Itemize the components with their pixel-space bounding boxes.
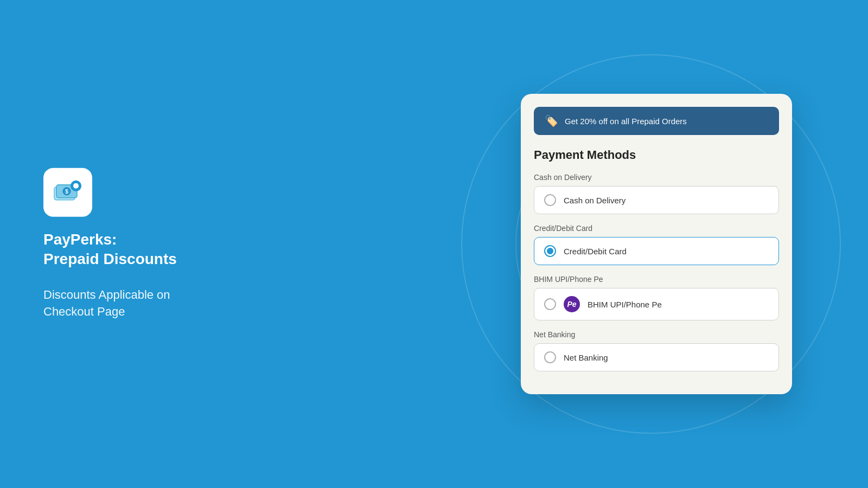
payment-option-card[interactable]: Credit/Debit Card [534, 237, 779, 265]
radio-upi[interactable] [544, 298, 556, 310]
svg-point-5 [73, 183, 79, 189]
payment-option-label-card: Credit/Debit Card [564, 247, 627, 256]
svg-rect-6 [75, 181, 77, 183]
radio-netbanking[interactable] [544, 351, 556, 363]
payment-group-upi: BHIM UPI/Phone Pe Pe BHIM UPI/Phone Pe [534, 275, 779, 320]
promo-text: Get 20% off on all Prepaid Orders [565, 117, 687, 126]
payment-methods-title: Payment Methods [534, 148, 779, 162]
payment-option-upi[interactable]: Pe BHIM UPI/Phone Pe [534, 288, 779, 320]
radio-card[interactable] [544, 245, 556, 257]
app-subtitle: Discounts Applicable on Checkout Page [43, 287, 177, 320]
payment-card: 🏷️ Get 20% off on all Prepaid Orders Pay… [521, 94, 792, 394]
app-logo: $ [43, 168, 92, 217]
svg-rect-7 [75, 189, 77, 191]
payment-group-label-cod: Cash on Delivery [534, 173, 779, 182]
phonepe-icon: Pe [564, 296, 580, 312]
payment-group-card: Credit/Debit Card Credit/Debit Card [534, 224, 779, 265]
payment-group-label-card: Credit/Debit Card [534, 224, 779, 233]
payment-group-cod: Cash on Delivery Cash on Delivery [534, 173, 779, 214]
svg-text:$: $ [65, 189, 68, 195]
payment-option-cod[interactable]: Cash on Delivery [534, 186, 779, 214]
payment-option-label-netbanking: Net Banking [564, 353, 608, 362]
svg-rect-8 [71, 185, 73, 187]
payment-option-label-upi: BHIM UPI/Phone Pe [588, 300, 662, 309]
payment-group-netbanking: Net Banking Net Banking [534, 330, 779, 371]
radio-cod[interactable] [544, 194, 556, 206]
promo-banner[interactable]: 🏷️ Get 20% off on all Prepaid Orders [534, 107, 779, 135]
left-panel: $ PayPerks: Prepaid Discounts Discounts … [43, 168, 177, 320]
app-title: PayPerks: Prepaid Discounts [43, 230, 177, 269]
payment-group-label-upi: BHIM UPI/Phone Pe [534, 275, 779, 284]
radio-card-inner [547, 248, 553, 254]
payment-group-label-netbanking: Net Banking [534, 330, 779, 339]
svg-rect-9 [79, 185, 81, 187]
payment-option-netbanking[interactable]: Net Banking [534, 343, 779, 371]
promo-icon: 🏷️ [545, 114, 558, 127]
payment-option-label-cod: Cash on Delivery [564, 196, 626, 205]
